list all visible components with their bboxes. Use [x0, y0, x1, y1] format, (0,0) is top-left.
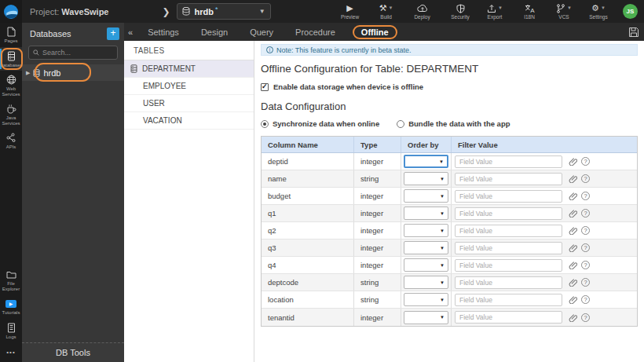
bind-variable-icon[interactable]	[569, 261, 577, 269]
help-icon[interactable]: ?	[581, 313, 590, 322]
settings-button[interactable]: ⚙▼ Settings	[585, 3, 612, 20]
project-label: Project: WaveSwipe	[30, 7, 108, 16]
app-logo[interactable]	[0, 0, 22, 23]
filter-value-input[interactable]	[455, 242, 562, 254]
i18n-icon: A	[525, 3, 535, 13]
tables-panel-title: TABLES	[124, 41, 254, 60]
i18n-button[interactable]: A I18N	[516, 3, 543, 20]
database-tree-item-hrdb[interactable]: ▶ hrdb	[22, 64, 124, 81]
column-name: q3	[268, 243, 276, 252]
order-by-select[interactable]: ▼	[404, 276, 448, 289]
order-by-select[interactable]: ▼	[404, 172, 448, 185]
checkbox-checked-icon[interactable]	[261, 83, 269, 91]
filter-value-input[interactable]	[455, 259, 562, 272]
filter-value-input[interactable]	[455, 311, 562, 324]
save-button[interactable]	[628, 27, 639, 38]
column-name: tenantid	[268, 313, 295, 322]
enable-offline-checkbox-row[interactable]: Enable data storage when device is offli…	[261, 82, 638, 91]
column-type: integer	[360, 192, 383, 200]
help-icon[interactable]: ?	[581, 295, 590, 304]
add-database-button[interactable]: +	[107, 27, 119, 40]
tab-query[interactable]: Query	[250, 27, 273, 37]
bind-variable-icon[interactable]	[569, 226, 577, 235]
web-services-label: Web Services	[0, 86, 22, 97]
help-icon[interactable]: ?	[581, 157, 590, 166]
help-icon[interactable]: ?	[581, 243, 590, 252]
filter-value-input[interactable]	[455, 225, 562, 237]
help-icon[interactable]: ?	[581, 278, 590, 287]
bind-variable-icon[interactable]	[569, 192, 577, 200]
export-button[interactable]: ▼ Export	[481, 3, 508, 20]
bind-variable-icon[interactable]	[569, 174, 577, 183]
help-icon[interactable]: ?	[581, 226, 590, 235]
database-search-box[interactable]	[28, 46, 118, 60]
deploy-button[interactable]: Deploy	[409, 3, 436, 20]
filter-value-input[interactable]	[455, 173, 562, 185]
chevron-down-icon: ▼	[567, 3, 572, 13]
radio-synchronize-online[interactable]: Synchronize data when online	[261, 119, 379, 128]
help-icon[interactable]: ?	[581, 261, 590, 269]
database-search-input[interactable]	[42, 49, 113, 57]
sidebar-item-apis[interactable]: APIs	[0, 129, 22, 153]
bind-variable-icon[interactable]	[569, 278, 577, 287]
database-icon	[182, 7, 190, 16]
logs-label: Logs	[5, 335, 16, 340]
security-button[interactable]: Security	[447, 3, 474, 20]
order-by-select[interactable]: ▼	[404, 293, 448, 306]
tab-offline[interactable]: Offline	[353, 25, 397, 39]
database-icon	[33, 69, 40, 77]
bind-variable-icon[interactable]	[569, 295, 577, 304]
sidebar-item-java-services[interactable]: Java Services	[0, 100, 22, 129]
sidebar-item-pages[interactable]: Pages	[0, 23, 22, 47]
bind-variable-icon[interactable]	[569, 209, 577, 218]
bind-variable-icon[interactable]	[569, 243, 577, 252]
tree-expand-caret-icon[interactable]: ▶	[26, 70, 30, 76]
play-badge-icon: ▶	[5, 298, 16, 309]
bind-variable-icon[interactable]	[569, 157, 577, 166]
table-item-employee[interactable]: EMPLOYEE	[124, 78, 254, 95]
order-by-select[interactable]: ▼	[404, 189, 448, 203]
order-by-select[interactable]: ▼	[404, 258, 448, 272]
help-icon[interactable]: ?	[581, 209, 590, 218]
database-selector-dropdown[interactable]: hrdb * ▼	[177, 3, 271, 20]
sidebar-item-logs[interactable]: Logs	[0, 319, 22, 343]
database-icon	[7, 51, 16, 61]
sidebar-item-file-explorer[interactable]: File Explorer	[0, 265, 22, 294]
build-button[interactable]: ⚒▼ Build	[373, 3, 400, 20]
left-nav-rail: Pages Databases Web Services Java Servic…	[0, 23, 22, 362]
filter-value-input[interactable]	[455, 155, 562, 168]
order-by-select[interactable]: ▼	[404, 207, 448, 220]
order-by-select[interactable]: ▼	[404, 155, 448, 168]
filter-value-input[interactable]	[455, 276, 562, 289]
sidebar-item-web-services[interactable]: Web Services	[0, 71, 22, 100]
collapse-panel-button[interactable]: «	[124, 27, 137, 37]
tab-procedure[interactable]: Procedure	[295, 27, 335, 37]
bind-variable-icon[interactable]	[569, 313, 577, 322]
table-item-user[interactable]: USER	[124, 95, 254, 112]
table-item-department[interactable]: DEPARTMENT	[124, 60, 254, 78]
help-icon[interactable]: ?	[581, 192, 590, 200]
order-by-select[interactable]: ▼	[404, 311, 448, 324]
filter-value-input[interactable]	[455, 190, 562, 203]
order-by-select[interactable]: ▼	[404, 241, 448, 254]
radio-bundle-with-app[interactable]: Bundle the data with the app	[397, 119, 510, 128]
chevron-down-icon: ▼	[440, 211, 445, 216]
column-type: string	[360, 295, 379, 304]
sidebar-item-tutorials[interactable]: ▶ Tutorials	[0, 294, 22, 319]
table-item-vacation[interactable]: VACATION	[124, 112, 254, 130]
user-avatar[interactable]: JS	[623, 4, 638, 19]
sidebar-item-databases[interactable]: Databases	[0, 47, 22, 71]
filter-value-input[interactable]	[455, 207, 562, 220]
preview-button[interactable]: ▶ Preview	[337, 3, 364, 20]
tab-settings[interactable]: Settings	[148, 27, 179, 37]
db-tools-button[interactable]: DB Tools	[22, 342, 124, 362]
radio-unselected-icon[interactable]	[397, 120, 404, 128]
order-by-select[interactable]: ▼	[404, 224, 448, 237]
deploy-label: Deploy	[414, 14, 430, 20]
radio-selected-icon[interactable]	[261, 120, 269, 128]
vcs-button[interactable]: ▼ VCS	[551, 3, 577, 20]
filter-value-input[interactable]	[455, 294, 562, 306]
help-icon[interactable]: ?	[581, 174, 590, 183]
tab-design[interactable]: Design	[201, 27, 228, 37]
more-options-button[interactable]: •••	[6, 342, 15, 362]
